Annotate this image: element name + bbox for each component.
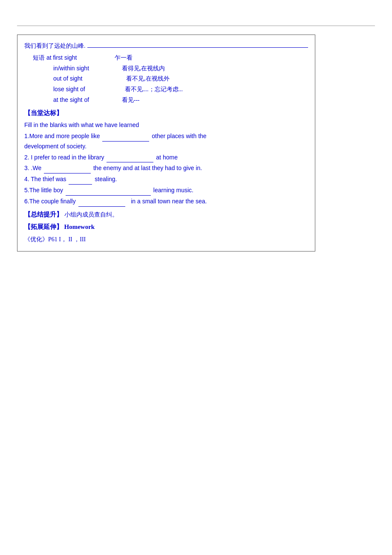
- phrase-at-first-sight: at first sight: [45, 53, 109, 63]
- main-card: 我们看到了远处的山峰. 短语 at first sight 乍一看 in/wit…: [17, 35, 315, 251]
- phrase-at-the: at the sight of: [53, 95, 117, 105]
- top-border: [17, 26, 375, 26]
- phrase-out-of-row: out of sight 看不见,在视线外: [33, 74, 308, 84]
- sentence-1-blank: [102, 135, 149, 142]
- sentence-4-part2: stealing.: [95, 176, 117, 182]
- sentence-6-part1: 6.The couple finally: [24, 198, 78, 205]
- sentence-5: 5.The little boy learning music.: [24, 185, 308, 196]
- homework-row: 《优化》P61 I， II ，III: [24, 234, 308, 245]
- phrase-out-of-meaning: 看不见,在视线外: [117, 74, 170, 84]
- phrase-out-of: out of sight: [53, 74, 117, 84]
- phrase-intro-row: 短语 at first sight 乍一看: [33, 53, 308, 63]
- sentence-1-part3: development of society.: [24, 143, 86, 150]
- phrase-at-the-meaning: 看见---: [117, 95, 140, 105]
- sentence-1-part2: other places with the: [152, 133, 206, 139]
- fill-instruction-text: Fill in the blanks with what we have lea…: [24, 121, 139, 128]
- section1-title-text: 【当堂达标】: [24, 110, 63, 116]
- section2-title: 【总结提升】: [24, 211, 63, 218]
- sentence-5-blank: [66, 189, 151, 196]
- section3-title: 【拓展延伸】: [24, 223, 63, 230]
- sentence-6: 6.The couple finally in a small town nea…: [24, 197, 308, 207]
- phrase-in-within: in/within sight: [53, 64, 117, 74]
- sentence-2-part1: 2. I prefer to read in the library: [24, 154, 104, 161]
- sentence-3-part1: 3. .We: [24, 165, 43, 171]
- phrase-at-the-row: at the sight of 看见---: [33, 95, 308, 105]
- phrase-in-within-row: in/within sight 看得见,在视线内: [33, 64, 308, 74]
- phrase-lose-meaning: 看不见....；忘记考虑...: [117, 84, 183, 95]
- section1-title: 【当堂达标】: [24, 108, 308, 119]
- sentence-2: 2. I prefer to read in the library at ho…: [24, 153, 308, 163]
- phrase-section: 短语 at first sight 乍一看 in/within sight 看得…: [33, 53, 308, 105]
- sentence-1: 1.More and more people like other places…: [24, 131, 308, 152]
- sentence-6-part2: in a small town near the sea.: [127, 198, 207, 205]
- section3-text: Homework: [64, 223, 95, 230]
- phrase-at-first-sight-meaning: 乍一看: [109, 53, 133, 63]
- homework-text: 《优化》P61 I， II ，III: [24, 236, 86, 243]
- section3-row: 【拓展延伸】 Homework: [24, 222, 308, 233]
- top-sentence-text: 我们看到了远处的山峰.: [24, 41, 86, 51]
- sentence-4: 4. The thief was stealing.: [24, 174, 308, 185]
- sentence-3-part2: the enemy and at last they had to give i…: [93, 165, 202, 171]
- sentence-2-blank: [107, 156, 153, 162]
- phrase-lose-row: lose sight of 看不见....；忘记考虑...: [33, 84, 308, 95]
- phrase-label: 短语: [33, 53, 45, 63]
- phrase-lose: lose sight of: [53, 84, 117, 95]
- sentence-3: 3. .We the enemy and at last they had to…: [24, 163, 308, 173]
- section2-row: 【总结提升】 小组内成员查自纠。: [24, 209, 308, 220]
- sentence-5-part1: 5.The little boy: [24, 187, 65, 194]
- top-sentence: 我们看到了远处的山峰.: [24, 41, 308, 51]
- sentence-3-blank: [44, 167, 91, 173]
- sentence-1-part1: 1.More and more people like: [24, 133, 101, 139]
- sentence-6-blank: [78, 200, 125, 207]
- section2-text: 小组内成员查自纠。: [64, 211, 118, 218]
- sentence-5-part2: learning music.: [153, 187, 193, 194]
- phrase-in-within-meaning: 看得见,在视线内: [117, 64, 165, 74]
- sentence-2-part2: at home: [156, 154, 178, 161]
- fill-instruction: Fill in the blanks with what we have lea…: [24, 120, 308, 130]
- sentence-4-part1: 4. The thief was: [24, 176, 68, 182]
- sentence-4-blank: [69, 178, 92, 185]
- top-sentence-underline: [87, 41, 308, 48]
